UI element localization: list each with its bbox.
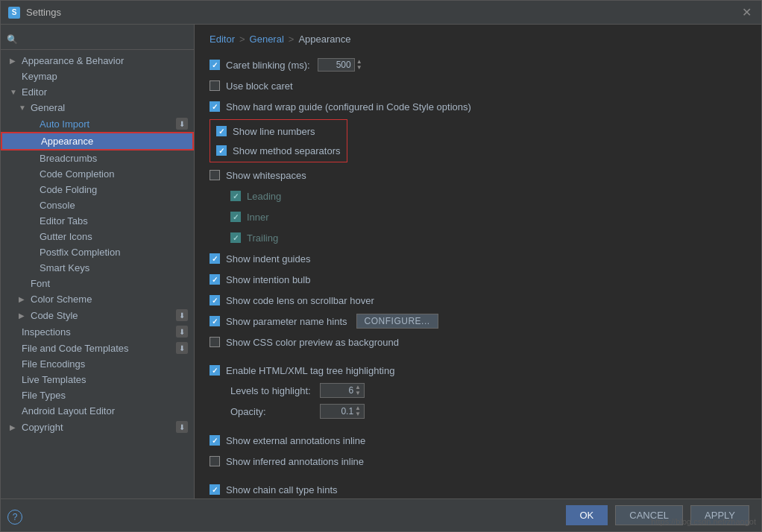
arrow-icon: ▶ — [10, 423, 19, 431]
show-line-numbers-checkbox[interactable] — [216, 126, 227, 136]
levels-input-box: 6 ▲ ▼ — [320, 383, 365, 398]
caret-blinking-input-group: 500 ▲ ▼ — [318, 58, 362, 72]
show-external-ann-checkbox[interactable] — [210, 435, 220, 446]
sidebar-item-label: File Types — [22, 390, 188, 401]
show-chain-call-label: Show chain call type hints — [226, 484, 338, 495]
sidebar-item-label: Editor — [22, 86, 188, 98]
sidebar-item-live-templates[interactable]: Live Templates — [1, 372, 194, 387]
sidebar-item-label: Keymap — [22, 71, 188, 82]
opacity-spinner-down[interactable]: ▼ — [355, 411, 361, 417]
show-inferred-ann-checkbox[interactable] — [210, 456, 220, 466]
levels-label: Levels to highlight: — [230, 385, 320, 396]
leading-checkbox[interactable] — [230, 191, 241, 201]
configure-button[interactable]: CONFIGURE... — [356, 314, 438, 329]
sidebar-item-auto-import[interactable]: Auto Import ⬇ — [1, 115, 194, 132]
sidebar-item-label: General — [31, 102, 188, 113]
sidebar-item-copyright[interactable]: ▶ Copyright ⬇ — [1, 419, 194, 435]
arrow-icon: ▶ — [19, 311, 28, 320]
sidebar-item-postfix-completion[interactable]: Postfix Completion — [1, 244, 194, 260]
show-code-lens-label: Show code lens on scrollbar hover — [226, 295, 374, 306]
show-css-color-checkbox[interactable] — [210, 337, 220, 347]
enable-html-xml-checkbox[interactable] — [210, 365, 220, 376]
sidebar-item-editor[interactable]: ▼ Editor — [1, 84, 194, 100]
sidebar-item-font[interactable]: Font — [1, 276, 194, 291]
show-indent-guides-row: Show indent guides — [210, 250, 746, 267]
show-param-hints-checkbox[interactable] — [210, 316, 220, 326]
sidebar-item-code-completion[interactable]: Code Completion — [1, 166, 194, 182]
caret-blinking-input[interactable]: 500 — [318, 58, 355, 72]
sidebar-item-label: Copyright — [22, 422, 173, 433]
leading-row: Leading — [210, 188, 746, 204]
breadcrumb-general[interactable]: General — [250, 34, 284, 45]
show-method-sep-checkbox[interactable] — [216, 145, 227, 156]
watermark: https://blog.csdn.net/zhaogot — [651, 517, 756, 526]
trailing-checkbox[interactable] — [230, 232, 241, 243]
arrow-icon: ▶ — [10, 57, 19, 65]
sidebar-item-appearance[interactable]: Appearance — [1, 132, 194, 151]
sidebar-item-label: Smart Keys — [40, 262, 188, 273]
show-method-sep-label: Show method separators — [233, 145, 341, 156]
show-chain-call-checkbox[interactable] — [210, 484, 220, 495]
show-hard-wrap-row: Show hard wrap guide (configured in Code… — [210, 98, 746, 115]
show-intention-bulb-checkbox[interactable] — [210, 274, 220, 285]
show-whitespaces-row: Show whitespaces — [210, 167, 746, 183]
sidebar-item-android-layout-editor[interactable]: Android Layout Editor — [1, 403, 194, 419]
app-icon: S — [8, 7, 20, 19]
caret-blinking-checkbox[interactable] — [210, 60, 220, 70]
sidebar-item-file-code-templates[interactable]: File and Code Templates ⬇ — [1, 340, 194, 356]
sidebar-item-color-scheme[interactable]: ▶ Color Scheme — [1, 291, 194, 307]
sidebar-item-label: Appearance & Behavior — [22, 55, 188, 66]
show-whitespaces-checkbox[interactable] — [210, 170, 220, 180]
use-block-caret-checkbox[interactable] — [210, 80, 220, 91]
leading-label: Leading — [247, 191, 281, 202]
show-param-hints-row: Show parameter name hints CONFIGURE... — [210, 313, 746, 329]
sidebar-item-label: Code Folding — [40, 184, 188, 195]
title-bar: S Settings ✕ — [1, 1, 761, 25]
sidebar-item-inspections[interactable]: Inspections ⬇ — [1, 323, 194, 340]
show-indent-guides-checkbox[interactable] — [210, 253, 220, 264]
sidebar-item-appearance-behavior[interactable]: ▶ Appearance & Behavior — [1, 53, 194, 69]
sidebar-item-label: Font — [31, 278, 188, 289]
inner-checkbox[interactable] — [230, 212, 241, 222]
sidebar-item-general[interactable]: ▼ General — [1, 100, 194, 115]
breadcrumb-editor[interactable]: Editor — [210, 34, 235, 45]
show-method-sep-row: Show method separators — [216, 142, 341, 159]
inner-row: Inner — [210, 209, 746, 225]
caret-blinking-row: Caret blinking (ms): 500 ▲ ▼ — [210, 57, 746, 73]
show-hard-wrap-label: Show hard wrap guide (configured in Code… — [226, 101, 471, 113]
right-panel: Editor > General > Appearance Caret blin… — [195, 25, 761, 498]
show-hard-wrap-checkbox[interactable] — [210, 101, 220, 112]
sidebar-item-breadcrumbs[interactable]: Breadcrumbs — [1, 151, 194, 166]
sidebar-item-file-types[interactable]: File Types — [1, 387, 194, 403]
sidebar-item-keymap[interactable]: Keymap — [1, 69, 194, 84]
ok-button[interactable]: OK — [566, 505, 608, 525]
badge-icon: ⬇ — [176, 309, 188, 321]
breadcrumb-sep2: > — [289, 34, 295, 45]
show-external-ann-row: Show external annotations inline — [210, 432, 746, 449]
sidebar-item-smart-keys[interactable]: Smart Keys — [1, 260, 194, 276]
sidebar-item-label: Breadcrumbs — [40, 153, 188, 164]
show-chain-call-row: Show chain call type hints — [210, 481, 746, 498]
levels-spinner: ▲ ▼ — [355, 384, 361, 396]
sidebar-item-editor-tabs[interactable]: Editor Tabs — [1, 213, 194, 229]
breadcrumb-sep1: > — [239, 34, 245, 45]
sidebar-item-code-folding[interactable]: Code Folding — [1, 182, 194, 197]
show-inferred-ann-row: Show inferred annotations inline — [210, 453, 746, 469]
show-intention-bulb-row: Show intention bulb — [210, 271, 746, 288]
help-button[interactable]: ? — [7, 510, 22, 525]
sidebar-item-code-style[interactable]: ▶ Code Style ⬇ — [1, 307, 194, 323]
show-css-color-row: Show CSS color preview as background — [210, 334, 746, 350]
sidebar-item-file-encodings[interactable]: File Encodings — [1, 356, 194, 372]
sidebar-item-console[interactable]: Console — [1, 197, 194, 213]
close-button[interactable]: ✕ — [739, 5, 754, 20]
show-code-lens-checkbox[interactable] — [210, 295, 220, 305]
opacity-label: Opacity: — [230, 406, 320, 417]
search-input[interactable] — [22, 34, 188, 45]
spinner-down[interactable]: ▼ — [356, 65, 362, 71]
show-code-lens-row: Show code lens on scrollbar hover — [210, 292, 746, 308]
sidebar-item-label: Console — [40, 200, 188, 211]
sidebar-item-gutter-icons[interactable]: Gutter Icons — [1, 229, 194, 244]
levels-spinner-down[interactable]: ▼ — [355, 390, 361, 396]
sidebar-item-label: Auto Import — [40, 118, 173, 130]
sidebar-item-label: Color Scheme — [31, 294, 188, 305]
